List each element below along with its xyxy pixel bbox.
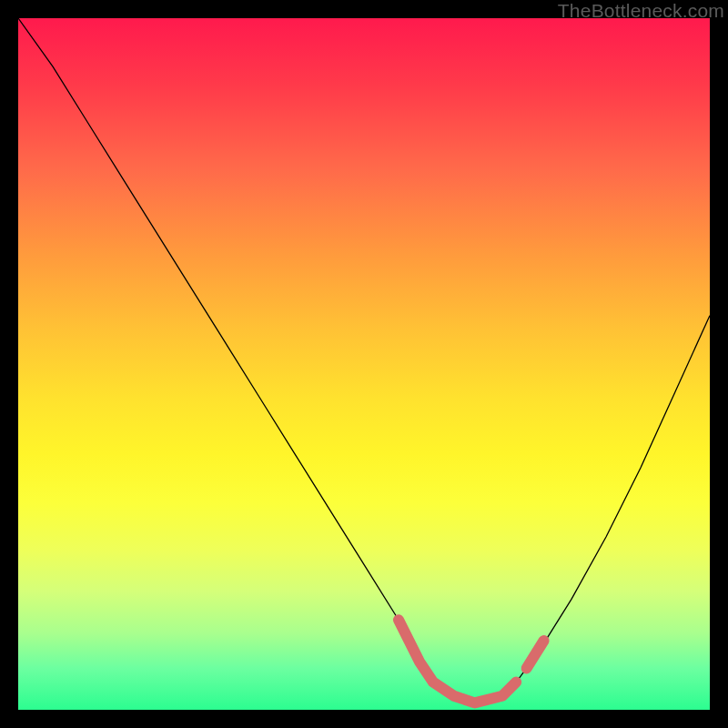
highlight-valley [399, 620, 516, 703]
highlight-right [527, 641, 544, 668]
watermark-text: TheBottleneck.com [558, 0, 724, 22]
plot-area [18, 18, 710, 710]
bottleneck-curve [18, 18, 710, 703]
bottleneck-chart [18, 18, 710, 710]
